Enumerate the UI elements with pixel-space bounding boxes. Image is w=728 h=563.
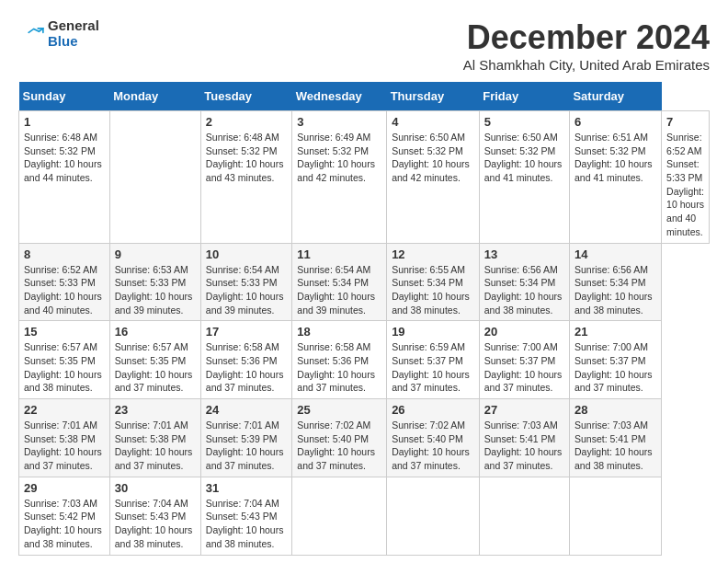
- table-row: 4 Sunrise: 6:50 AM Sunset: 5:32 PM Dayli…: [387, 111, 480, 244]
- table-row: 5 Sunrise: 6:50 AM Sunset: 5:32 PM Dayli…: [479, 111, 569, 244]
- day-number: 24: [206, 403, 288, 417]
- table-row: 7 Sunrise: 6:52 AM Sunset: 5:33 PM Dayli…: [662, 111, 710, 244]
- table-row: 14 Sunrise: 6:56 AM Sunset: 5:34 PM Dayl…: [569, 243, 661, 321]
- table-row: 3 Sunrise: 6:49 AM Sunset: 5:32 PM Dayli…: [292, 111, 387, 244]
- header-saturday: Saturday: [569, 82, 661, 111]
- day-number: 3: [297, 115, 381, 129]
- day-number: 1: [24, 115, 105, 129]
- day-detail: Sunrise: 6:51 AM Sunset: 5:32 PM Dayligh…: [574, 131, 656, 185]
- day-number: 4: [392, 115, 474, 129]
- day-number: 28: [574, 403, 656, 417]
- table-row: 15 Sunrise: 6:57 AM Sunset: 5:35 PM Dayl…: [19, 321, 110, 399]
- table-row: 12 Sunrise: 6:55 AM Sunset: 5:34 PM Dayl…: [387, 243, 480, 321]
- day-number: 25: [297, 403, 381, 417]
- day-detail: Sunrise: 6:50 AM Sunset: 5:32 PM Dayligh…: [392, 131, 474, 185]
- day-number: 11: [297, 247, 381, 261]
- day-number: 18: [297, 325, 381, 339]
- day-detail: Sunrise: 7:04 AM Sunset: 5:43 PM Dayligh…: [115, 497, 196, 551]
- day-detail: Sunrise: 6:52 AM Sunset: 5:33 PM Dayligh…: [666, 131, 704, 239]
- day-detail: Sunrise: 7:00 AM Sunset: 5:37 PM Dayligh…: [574, 340, 656, 395]
- day-number: 21: [574, 325, 656, 339]
- calendar-week-5: 29 Sunrise: 7:03 AM Sunset: 5:42 PM Dayl…: [19, 477, 710, 555]
- table-row: 23 Sunrise: 7:01 AM Sunset: 5:38 PM Dayl…: [109, 399, 200, 477]
- table-row: 24 Sunrise: 7:01 AM Sunset: 5:39 PM Dayl…: [200, 399, 292, 477]
- table-row: 16 Sunrise: 6:57 AM Sunset: 5:35 PM Dayl…: [109, 321, 200, 399]
- table-row: 18 Sunrise: 6:58 AM Sunset: 5:36 PM Dayl…: [292, 321, 387, 399]
- header-sunday: Sunday: [19, 82, 110, 111]
- table-row: 28 Sunrise: 7:03 AM Sunset: 5:41 PM Dayl…: [569, 399, 661, 477]
- day-number: 30: [115, 481, 196, 495]
- table-row: 13 Sunrise: 6:56 AM Sunset: 5:34 PM Dayl…: [479, 243, 569, 321]
- day-detail: Sunrise: 7:04 AM Sunset: 5:43 PM Dayligh…: [206, 497, 288, 551]
- day-number: 16: [115, 325, 196, 339]
- header-thursday: Thursday: [387, 82, 480, 111]
- day-number: 23: [115, 403, 196, 417]
- table-row: 10 Sunrise: 6:54 AM Sunset: 5:33 PM Dayl…: [200, 243, 292, 321]
- day-number: 15: [24, 325, 105, 339]
- table-row: 19 Sunrise: 6:59 AM Sunset: 5:37 PM Dayl…: [387, 321, 480, 399]
- header-monday: Monday: [109, 82, 200, 111]
- day-number: 13: [484, 247, 564, 261]
- day-number: 6: [574, 115, 656, 129]
- day-number: 17: [206, 325, 288, 339]
- day-number: 9: [115, 247, 196, 261]
- day-detail: Sunrise: 6:59 AM Sunset: 5:37 PM Dayligh…: [392, 340, 474, 395]
- logo: General Blue: [18, 18, 99, 49]
- header-wednesday: Wednesday: [292, 82, 387, 111]
- day-detail: Sunrise: 7:02 AM Sunset: 5:40 PM Dayligh…: [297, 419, 381, 473]
- day-number: 5: [484, 115, 564, 129]
- header-friday: Friday: [479, 82, 569, 111]
- day-number: 14: [574, 247, 656, 261]
- day-detail: Sunrise: 6:56 AM Sunset: 5:34 PM Dayligh…: [574, 263, 656, 317]
- day-number: 27: [484, 403, 564, 417]
- calendar-week-4: 22 Sunrise: 7:01 AM Sunset: 5:38 PM Dayl…: [19, 399, 710, 477]
- day-detail: Sunrise: 6:56 AM Sunset: 5:34 PM Dayligh…: [484, 263, 564, 317]
- day-number: 26: [392, 403, 474, 417]
- table-row: [109, 111, 200, 244]
- day-detail: Sunrise: 7:00 AM Sunset: 5:37 PM Dayligh…: [484, 340, 564, 395]
- logo-text-blue: Blue: [48, 34, 99, 50]
- table-row: 1 Sunrise: 6:48 AM Sunset: 5:32 PM Dayli…: [19, 111, 110, 244]
- month-title: December 2024: [463, 18, 710, 57]
- table-row: 30 Sunrise: 7:04 AM Sunset: 5:43 PM Dayl…: [109, 477, 200, 555]
- day-number: 20: [484, 325, 564, 339]
- day-number: 2: [206, 115, 288, 129]
- title-section: December 2024 Al Shamkhah City, United A…: [463, 18, 710, 73]
- day-number: 19: [392, 325, 474, 339]
- table-row: 8 Sunrise: 6:52 AM Sunset: 5:33 PM Dayli…: [19, 243, 110, 321]
- table-row: 22 Sunrise: 7:01 AM Sunset: 5:38 PM Dayl…: [19, 399, 110, 477]
- table-row: 21 Sunrise: 7:00 AM Sunset: 5:37 PM Dayl…: [569, 321, 661, 399]
- page-header: General Blue December 2024 Al Shamkhah C…: [18, 18, 710, 73]
- table-row: 6 Sunrise: 6:51 AM Sunset: 5:32 PM Dayli…: [569, 111, 661, 244]
- table-row: 26 Sunrise: 7:02 AM Sunset: 5:40 PM Dayl…: [387, 399, 480, 477]
- calendar-week-3: 15 Sunrise: 6:57 AM Sunset: 5:35 PM Dayl…: [19, 321, 710, 399]
- location-subtitle: Al Shamkhah City, United Arab Emirates: [463, 57, 710, 73]
- day-detail: Sunrise: 6:49 AM Sunset: 5:32 PM Dayligh…: [297, 131, 381, 185]
- day-detail: Sunrise: 6:58 AM Sunset: 5:36 PM Dayligh…: [206, 340, 288, 395]
- table-row: [479, 477, 569, 555]
- table-row: 17 Sunrise: 6:58 AM Sunset: 5:36 PM Dayl…: [200, 321, 292, 399]
- day-detail: Sunrise: 6:58 AM Sunset: 5:36 PM Dayligh…: [297, 340, 381, 395]
- day-detail: Sunrise: 7:03 AM Sunset: 5:41 PM Dayligh…: [484, 419, 564, 473]
- table-row: 29 Sunrise: 7:03 AM Sunset: 5:42 PM Dayl…: [19, 477, 110, 555]
- day-number: 22: [24, 403, 105, 417]
- day-number: 8: [24, 247, 105, 261]
- table-row: 25 Sunrise: 7:02 AM Sunset: 5:40 PM Dayl…: [292, 399, 387, 477]
- table-row: 20 Sunrise: 7:00 AM Sunset: 5:37 PM Dayl…: [479, 321, 569, 399]
- day-detail: Sunrise: 6:50 AM Sunset: 5:32 PM Dayligh…: [484, 131, 564, 185]
- day-detail: Sunrise: 6:54 AM Sunset: 5:33 PM Dayligh…: [206, 263, 288, 317]
- day-detail: Sunrise: 6:54 AM Sunset: 5:34 PM Dayligh…: [297, 263, 381, 317]
- table-row: 27 Sunrise: 7:03 AM Sunset: 5:41 PM Dayl…: [479, 399, 569, 477]
- day-detail: Sunrise: 6:48 AM Sunset: 5:32 PM Dayligh…: [206, 131, 288, 185]
- day-detail: Sunrise: 7:01 AM Sunset: 5:39 PM Dayligh…: [206, 419, 288, 473]
- table-row: [569, 477, 661, 555]
- table-row: 9 Sunrise: 6:53 AM Sunset: 5:33 PM Dayli…: [109, 243, 200, 321]
- day-detail: Sunrise: 6:53 AM Sunset: 5:33 PM Dayligh…: [115, 263, 196, 317]
- table-row: [292, 477, 387, 555]
- table-row: 31 Sunrise: 7:04 AM Sunset: 5:43 PM Dayl…: [200, 477, 292, 555]
- day-detail: Sunrise: 6:57 AM Sunset: 5:35 PM Dayligh…: [24, 340, 105, 395]
- day-detail: Sunrise: 7:02 AM Sunset: 5:40 PM Dayligh…: [392, 419, 474, 473]
- day-number: 31: [206, 481, 288, 495]
- table-row: [387, 477, 480, 555]
- logo-bird-icon: [18, 21, 44, 47]
